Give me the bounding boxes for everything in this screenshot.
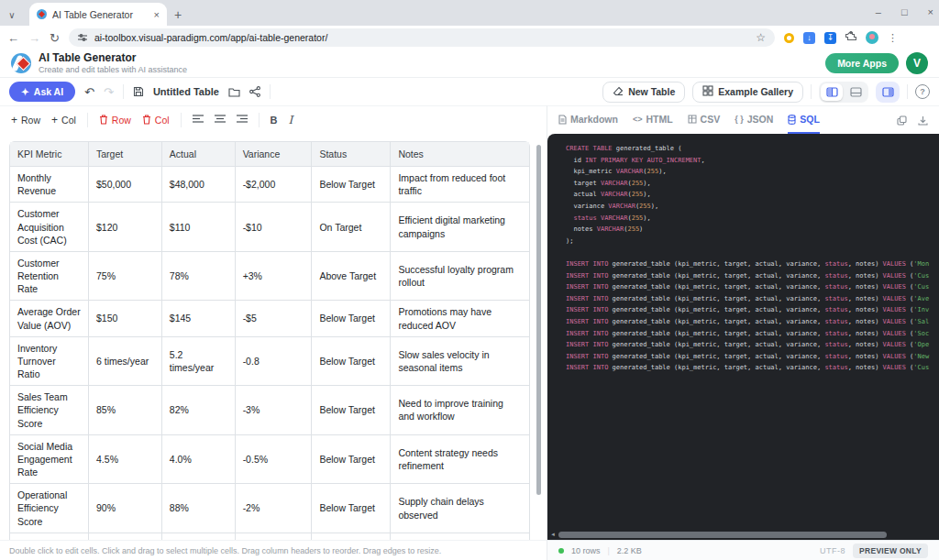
table-cell[interactable]: Operational Efficiency Score	[10, 484, 89, 533]
browser-tab[interactable]: AI Table Generator ×	[29, 3, 167, 26]
table-cell[interactable]: Below Target	[312, 167, 391, 203]
table-cell[interactable]: 5.2 times/year	[162, 337, 236, 387]
column-header[interactable]: KPI Metric	[10, 142, 89, 167]
export-tab-csv[interactable]: CSV	[688, 106, 721, 134]
table-cell[interactable]: Sales Team Efficiency Score	[10, 386, 89, 435]
export-tab-markdown[interactable]: Markdown	[558, 106, 618, 134]
forward-icon[interactable]: →	[28, 31, 40, 45]
table-cell[interactable]: -$5	[236, 301, 313, 336]
table-cell[interactable]: New Product Launch Success Rate	[10, 533, 89, 540]
table-cell[interactable]: Below Target	[312, 386, 391, 435]
new-table-button[interactable]: New Table	[602, 82, 685, 103]
browser-profile-avatar[interactable]	[866, 31, 878, 44]
window-close-icon[interactable]: ×	[928, 6, 933, 17]
undo-icon[interactable]: ↶	[84, 85, 94, 99]
table-cell[interactable]: Promotions may have reduced AOV	[391, 301, 529, 336]
copy-icon[interactable]	[897, 115, 907, 126]
table-cell[interactable]: -0.5%	[236, 435, 313, 485]
tab-close-icon[interactable]: ×	[154, 9, 160, 20]
column-header[interactable]: Variance	[236, 142, 313, 167]
delete-row-button[interactable]: Row	[99, 115, 131, 126]
reload-icon[interactable]: ↻	[50, 31, 60, 45]
share-icon[interactable]	[249, 86, 260, 97]
table-cell[interactable]: $48,000	[162, 167, 236, 203]
table-cell[interactable]: 4.5%	[89, 435, 162, 485]
extensions-puzzle-icon[interactable]	[845, 29, 856, 46]
table-cell[interactable]: Supply chain delays observed	[391, 484, 529, 533]
table-cell[interactable]: Need to improve training and workflow	[391, 386, 529, 435]
table-cell[interactable]: Efficient digital marketing campaigns	[391, 203, 529, 252]
ask-ai-button[interactable]: ✦ Ask AI	[9, 82, 75, 102]
italic-button[interactable]: I	[289, 114, 293, 126]
table-cell[interactable]: Below Target	[312, 337, 391, 387]
table-cell[interactable]: Below Target	[312, 484, 391, 533]
table-cell[interactable]: $145	[162, 301, 236, 336]
table-cell[interactable]: Content strategy needs refinement	[391, 435, 529, 485]
export-tab-json[interactable]: { }JSON	[735, 106, 773, 134]
redo-icon[interactable]: ↷	[104, 85, 114, 99]
column-header[interactable]: Status	[312, 142, 391, 167]
export-tab-sql[interactable]: SQL	[788, 106, 820, 134]
table-cell[interactable]: 88%	[162, 484, 236, 533]
download-icon[interactable]	[918, 115, 928, 126]
table-cell[interactable]: Below Target	[312, 301, 391, 336]
table-cell[interactable]: 82%	[162, 386, 236, 435]
extension-save-icon[interactable]: ↧	[824, 32, 836, 44]
add-row-button[interactable]: +Row	[11, 114, 40, 126]
table-cell[interactable]: $150	[89, 301, 162, 336]
save-icon[interactable]	[133, 86, 144, 97]
column-header[interactable]: Notes	[391, 142, 529, 167]
delete-col-button[interactable]: Col	[142, 115, 170, 126]
table-cell[interactable]: -5%	[236, 533, 313, 540]
table-cell[interactable]: 78%	[162, 252, 236, 302]
more-apps-button[interactable]: More Apps	[825, 53, 899, 73]
table-cell[interactable]: Customer Acquisition Cost (CAC)	[10, 203, 89, 252]
table-cell[interactable]: -3%	[236, 386, 313, 435]
table-cell[interactable]: -0.8	[236, 337, 313, 387]
table-cell[interactable]: -2%	[236, 484, 313, 533]
scroll-left-arrow-icon[interactable]: ◂	[547, 531, 558, 538]
example-gallery-button[interactable]: Example Gallery	[692, 82, 803, 103]
table-cell[interactable]: 4.0%	[162, 435, 236, 485]
table-cell[interactable]: Below Target	[312, 533, 391, 540]
vertical-scrollbar[interactable]	[536, 145, 541, 495]
table-cell[interactable]: 6 times/year	[89, 337, 162, 387]
bookmark-star-icon[interactable]: ☆	[756, 31, 766, 44]
site-settings-icon[interactable]	[78, 33, 87, 42]
add-col-button[interactable]: +Col	[51, 114, 76, 126]
table-cell[interactable]: 60%	[89, 533, 162, 540]
table-cell[interactable]: -$2,000	[236, 167, 313, 203]
new-tab-button[interactable]: +	[167, 4, 189, 26]
column-header[interactable]: Actual	[162, 142, 236, 167]
table-cell[interactable]: 90%	[89, 484, 162, 533]
help-button[interactable]: ?	[915, 84, 930, 99]
align-right-icon[interactable]	[237, 115, 248, 126]
table-cell[interactable]: $120	[89, 203, 162, 252]
table-cell[interactable]: Customer Retention Rate	[10, 252, 89, 302]
table-cell[interactable]: $110	[162, 203, 236, 252]
table-cell[interactable]: 85%	[89, 386, 162, 435]
table-cell[interactable]: Monthly Revenue	[10, 167, 89, 203]
table-cell[interactable]: $50,000	[89, 167, 162, 203]
open-folder-icon[interactable]	[228, 87, 240, 97]
split-horizontal-button[interactable]	[845, 83, 867, 101]
toggle-preview-panel-button[interactable]	[876, 82, 900, 103]
table-cell[interactable]: Average Order Value (AOV)	[10, 301, 89, 336]
table-cell[interactable]: Product testing phase delayed	[391, 533, 529, 540]
horizontal-scrollbar-thumb[interactable]	[558, 532, 887, 538]
table-cell[interactable]: Inventory Turnover Ratio	[10, 337, 89, 387]
table-cell[interactable]: 55%	[162, 533, 236, 540]
table-cell[interactable]: -$10	[236, 203, 313, 252]
table-cell[interactable]: Slow sales velocity in seasonal items	[391, 337, 529, 387]
user-avatar[interactable]: V	[906, 52, 928, 74]
table-cell[interactable]: On Target	[312, 203, 391, 252]
window-maximize-icon[interactable]: □	[901, 6, 908, 17]
table-cell[interactable]: +3%	[236, 252, 313, 302]
table-cell[interactable]: Above Target	[312, 252, 391, 302]
horizontal-scrollbar[interactable]: ◂	[547, 531, 939, 538]
browser-menu-icon[interactable]: ⋮	[888, 32, 898, 44]
table-cell[interactable]: Successful loyalty program rollout	[391, 252, 529, 302]
window-minimize-icon[interactable]: –	[876, 6, 881, 17]
column-header[interactable]: Target	[89, 142, 162, 167]
table-cell[interactable]: Social Media Engagement Rate	[10, 435, 89, 485]
